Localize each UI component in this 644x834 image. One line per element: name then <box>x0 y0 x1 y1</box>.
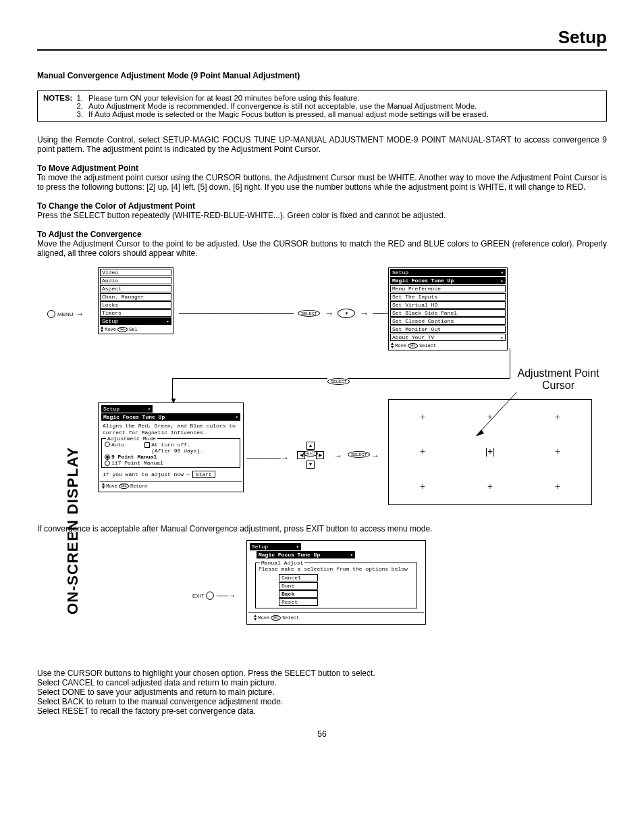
m4-header: Setup▾ <box>250 543 301 550</box>
notes-label: NOTES: <box>43 94 72 118</box>
opt-cancel: Cancel <box>279 574 318 581</box>
setup-menu: Setup▾ Magic Focus Tune Up▸ Menu Prefere… <box>388 267 508 350</box>
grid-point: + <box>420 446 425 457</box>
grid-point: + <box>420 412 425 423</box>
menu-locks: Locks <box>100 301 171 309</box>
grid-point: + <box>555 481 560 492</box>
menu2-footer: ▲▼ Move SEL Select <box>389 342 507 350</box>
menu-setup: Setup▸ <box>100 317 171 325</box>
move-body: To move the adjustment point cursor usin… <box>37 173 607 192</box>
grid-point: + <box>487 412 493 423</box>
m3-desc: Aligns the Red, Green, and Blue colors t… <box>100 421 242 437</box>
setup-menu-pref: Menu Preference <box>390 285 506 292</box>
menu3-footer: ▲▼ Move SEL Return <box>100 481 242 490</box>
menu-video: Video <box>100 269 171 276</box>
setup-black-side: Set Black Side Panel <box>390 309 506 317</box>
menu-audio: Audio <box>100 277 171 284</box>
adjust-body: Move the Adjustment Cursor to the point … <box>37 239 607 258</box>
page-number: 56 <box>37 729 607 739</box>
setup-inputs: Set The Inputs <box>390 293 506 301</box>
grid-point: + <box>487 481 493 492</box>
trailing-5: Select RESET to recall the factory pre-s… <box>37 706 607 716</box>
select-button-2: SELECT <box>327 378 350 385</box>
up-arrow-icon: ▲ <box>306 442 315 450</box>
setup-monitor: Set Monitor Out <box>390 325 506 333</box>
diagram-area: MENU → Video Audio Aspect Chan. Manager … <box>37 267 607 517</box>
magic-focus-panel: Setup▾ Magic Focus Tune Up▾ Aligns the R… <box>98 402 244 492</box>
manual-adjust-group: Manual Adjust Please make a selection fr… <box>255 563 417 608</box>
main-menu: Video Audio Aspect Chan. Manager Locks T… <box>98 267 173 334</box>
page-header: Setup <box>37 27 607 51</box>
trailing-3: Select DONE to save your adjustments and… <box>37 687 607 697</box>
note-1: Please turn ON your television for at le… <box>88 94 359 102</box>
cursor-pad: ▲ ◀ ▶ ▼ SELECT <box>290 442 331 469</box>
grid-point-cursor: |+| <box>485 446 495 457</box>
post-diagram-text: If convergence is acceptable after Manua… <box>37 524 607 533</box>
setup-magic-focus: Magic Focus Tune Up▸ <box>390 277 506 284</box>
cursor-label: Adjustment Point Cursor <box>510 367 607 391</box>
setup-header: Setup▾ <box>390 269 506 276</box>
m4-sub: Magic Focus Tune Up▾ <box>257 551 355 558</box>
color-title: To Change the Color of Adjustment Point <box>37 201 607 211</box>
section-title: Manual Convergence Adjustment Mode (9 Po… <box>37 71 607 80</box>
note-2: Auto Adjustment Mode is recommended. If … <box>88 102 477 110</box>
menu-timers: Timers <box>100 309 171 317</box>
menu-aspect: Aspect <box>100 285 171 292</box>
color-body: Press the SELECT button repeatedly (WHIT… <box>37 211 607 220</box>
start-button: Start <box>192 471 215 478</box>
intro-paragraph: Using the Remote Control, select SETUP-M… <box>37 135 607 154</box>
manual-adjust-panel: Setup▾ Magic Focus Tune Up▾ Manual Adjus… <box>246 540 426 625</box>
opt-back: Back <box>279 590 318 598</box>
m3-header: Setup▾ <box>101 405 153 413</box>
move-title: To Move Adjustment Point <box>37 163 607 173</box>
adjustment-mode-group: Adjustment Mode Auto At turn off.(After … <box>101 438 240 468</box>
trailing-4: Select BACK to return to the manual conv… <box>37 697 607 706</box>
select-button-3: SELECT <box>348 451 370 458</box>
notes-box: NOTES: 1.Please turn ON your television … <box>37 90 607 122</box>
trailing-2: Select CANCEL to cancel adjusted data an… <box>37 678 607 687</box>
exit-diagram: EXIT ──→ Setup▾ Magic Focus Tune Up▾ Man… <box>37 540 607 662</box>
setup-virtual-hd: Set Virtual HD <box>390 301 506 309</box>
select-center: SELECT <box>303 450 318 457</box>
convergence-grid: + + + + |+| + + + + <box>388 399 592 505</box>
grid-point: + <box>555 412 560 423</box>
menu-button-icon <box>47 310 55 318</box>
opt-reset: Reset <box>279 598 318 606</box>
menu4-footer: ▲▼ Move SEL Select <box>248 613 424 623</box>
setup-cc: Set Closed Captions <box>390 317 506 325</box>
setup-about: About Your TV▸ <box>390 334 506 341</box>
down-arrow-icon2: ▼ <box>306 461 315 469</box>
grid-point: + <box>420 481 425 492</box>
menu-label: MENU <box>57 311 74 317</box>
exit-button-icon <box>206 592 214 600</box>
trailing-1: Use the CURSOR buttons to highlight your… <box>37 669 607 678</box>
menu-chan-manager: Chan. Manager <box>100 293 171 301</box>
menu1-footer: ▲▼ Move SEL Sel <box>99 325 173 334</box>
down-arrow-icon: ▼ <box>338 309 355 318</box>
adjust-title: To Adjust the Convergence <box>37 230 607 239</box>
grid-point: + <box>555 446 560 457</box>
opt-done: Done <box>279 582 318 590</box>
m3-sub: Magic Focus Tune Up▾ <box>101 413 240 421</box>
exit-label: EXIT <box>192 593 205 599</box>
note-3: If Auto Adjust mode is selected or the M… <box>88 110 489 118</box>
select-button-1: SELECT <box>298 310 320 317</box>
